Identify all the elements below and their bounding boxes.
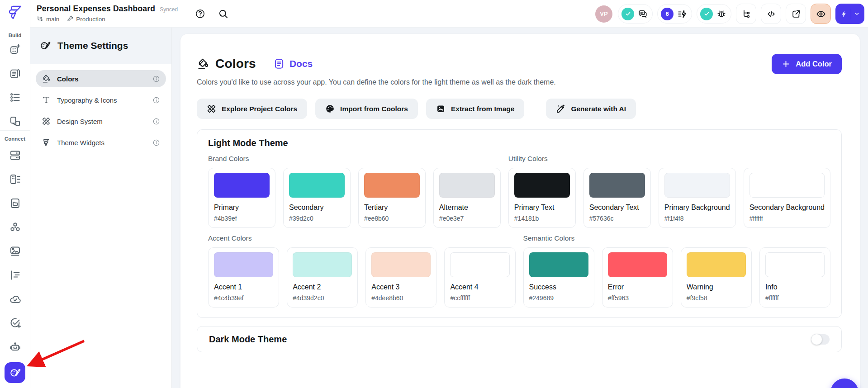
build-icon-group	[0, 43, 30, 128]
sidebar-item-components-icon[interactable]	[9, 115, 21, 128]
panel-item-design-system[interactable]: Design System	[36, 113, 166, 130]
color-swatch-primary-text[interactable]: Primary Text #14181b	[508, 168, 576, 228]
swatch-name: Error	[608, 283, 667, 291]
dark-mode-toggle[interactable]	[811, 334, 830, 345]
share-button[interactable]	[786, 4, 806, 24]
color-swatch-accent-2[interactable]: Accent 2 #4d39d2c0	[287, 247, 358, 308]
branch-name[interactable]: main	[46, 16, 59, 23]
swatch-preview	[664, 173, 730, 198]
sidebar-item-custom-files-icon[interactable]	[9, 197, 21, 209]
action-items-button[interactable]: 6	[657, 4, 692, 24]
connect-icon-group	[0, 149, 30, 353]
sidebar-item-api-calls-icon[interactable]	[9, 173, 21, 185]
color-swatch-accent-3[interactable]: Accent 3 #4dee8b60	[365, 247, 436, 308]
sidebar-item-widget-add-icon[interactable]	[9, 43, 21, 56]
panel-item-theme-widgets[interactable]: Theme Widgets	[36, 134, 166, 151]
color-swatch-secondary[interactable]: Secondary #39d2c0	[283, 168, 351, 228]
color-swatch-primary[interactable]: Primary #4b39ef	[208, 168, 275, 228]
debug-button[interactable]	[697, 4, 731, 24]
widget-tree-button[interactable]	[736, 4, 756, 24]
color-swatch-accent-4[interactable]: Accent 4 #ccffffff	[444, 247, 515, 308]
color-swatch-alternate[interactable]: Alternate #e0e3e7	[433, 168, 501, 228]
panel-item-label: Typography & Icons	[57, 96, 117, 104]
sidebar-item-tests-icon[interactable]	[9, 317, 21, 329]
environment-name[interactable]: Production	[76, 16, 105, 23]
swatch-hex: #f9cf58	[687, 294, 746, 302]
swatch-hex: #ff5963	[608, 294, 667, 302]
crossed-tools-icon	[207, 104, 216, 114]
check-badge	[621, 8, 634, 20]
panel-title: Theme Settings	[57, 40, 128, 51]
action-explore-project-colors[interactable]: Explore Project Colors	[197, 99, 307, 119]
build-section-label: Build	[0, 33, 30, 38]
color-swatch-accent-1[interactable]: Accent 1 #4c4b39ef	[208, 247, 279, 308]
swatch-hex: #14181b	[514, 215, 570, 222]
connect-section-label: Connect	[0, 136, 30, 142]
sidebar-item-media-assets-icon[interactable]	[9, 245, 21, 257]
app-logo-icon[interactable]	[6, 3, 24, 23]
bug-icon	[716, 9, 726, 19]
swatch-preview	[450, 252, 509, 277]
external-link-icon	[791, 9, 801, 19]
color-swatch-secondary-text[interactable]: Secondary Text #57636c	[583, 168, 651, 228]
panel-item-label: Theme Widgets	[57, 139, 104, 147]
info-icon[interactable]	[152, 96, 160, 104]
sidebar-item-pages-icon[interactable]	[9, 67, 21, 80]
swatch-hex: #f1f4f8	[664, 215, 730, 222]
view-code-button[interactable]	[761, 4, 781, 24]
color-swatch-info[interactable]: Info #ffffff	[759, 247, 830, 308]
synced-status: Synced	[160, 6, 178, 13]
sidebar-item-database-icon[interactable]	[9, 149, 21, 161]
add-color-button[interactable]: Add Color	[772, 54, 842, 74]
magic-pen-icon	[556, 104, 565, 114]
eye-icon	[816, 9, 826, 19]
toggle-thumb	[811, 334, 822, 345]
chevron-down-icon	[854, 11, 860, 17]
avatar[interactable]: VP	[595, 5, 612, 23]
run-button[interactable]	[835, 4, 864, 24]
sidebar-item-deploy-cloud-icon[interactable]	[9, 293, 21, 305]
search-icon[interactable]	[218, 9, 228, 19]
panel-item-typography-icons[interactable]: Typography & Icons	[36, 91, 166, 109]
panel-menu: Colors Typography & Icons Design System …	[30, 64, 171, 151]
color-swatch-error[interactable]: Error #ff5963	[602, 247, 673, 308]
project-title: Personal Expenses Dashboard	[37, 4, 155, 14]
swatch-hex: #ffffff	[749, 215, 825, 222]
paint-bucket-icon	[42, 74, 51, 83]
action-import-from-coolors[interactable]: Import from Coolors	[315, 99, 418, 119]
sidebar-item-app-values-icon[interactable]	[9, 91, 21, 104]
help-icon[interactable]	[195, 9, 205, 19]
swatch-grid: Brand Colors Utility Colors Primary #4b3…	[208, 155, 830, 228]
wrench-icon	[66, 15, 74, 23]
comments-button[interactable]	[618, 4, 653, 24]
palette-filled-icon	[325, 104, 335, 114]
swatch-preview	[687, 252, 746, 277]
swatch-area: Brand Colors Utility Colors Primary #4b3…	[208, 155, 830, 308]
color-swatch-warning[interactable]: Warning #f9cf58	[681, 247, 752, 308]
sidebar-item-app-logs-icon[interactable]	[9, 269, 21, 281]
color-swatch-tertiary[interactable]: Tertiary #ee8b60	[358, 168, 426, 228]
paint-bucket-icon	[197, 58, 209, 70]
check-badge	[700, 8, 713, 20]
swatch-preview	[749, 173, 825, 198]
preview-button[interactable]	[811, 4, 831, 24]
sidebar-item-agents-icon[interactable]	[9, 341, 21, 353]
info-icon[interactable]	[152, 75, 160, 83]
sidebar-item-integrations-icon[interactable]	[9, 221, 21, 233]
action-extract-from-image[interactable]: Extract from Image	[426, 99, 524, 119]
color-swatch-secondary-background[interactable]: Secondary Background #ffffff	[744, 168, 830, 228]
swatch-hex: #4dee8b60	[371, 294, 431, 302]
chat-bubbles-icon	[638, 9, 648, 19]
docs-link[interactable]: Docs	[273, 58, 313, 70]
info-icon[interactable]	[152, 139, 160, 147]
action-generate-with-ai[interactable]: Generate with AI	[546, 99, 636, 119]
sidebar-item-theme-settings[interactable]	[5, 362, 25, 383]
panel-item-colors[interactable]: Colors	[36, 70, 166, 87]
swatch-name: Info	[765, 283, 825, 291]
info-icon[interactable]	[152, 118, 160, 125]
swatch-name: Secondary Background	[749, 203, 825, 212]
swatch-hex: #4b39ef	[214, 215, 270, 222]
color-swatch-primary-background[interactable]: Primary Background #f1f4f8	[659, 168, 736, 228]
swatch-grid: Accent Colors Semantic Colors Accent 1 #…	[208, 234, 830, 308]
color-swatch-success[interactable]: Success #249689	[523, 247, 594, 308]
